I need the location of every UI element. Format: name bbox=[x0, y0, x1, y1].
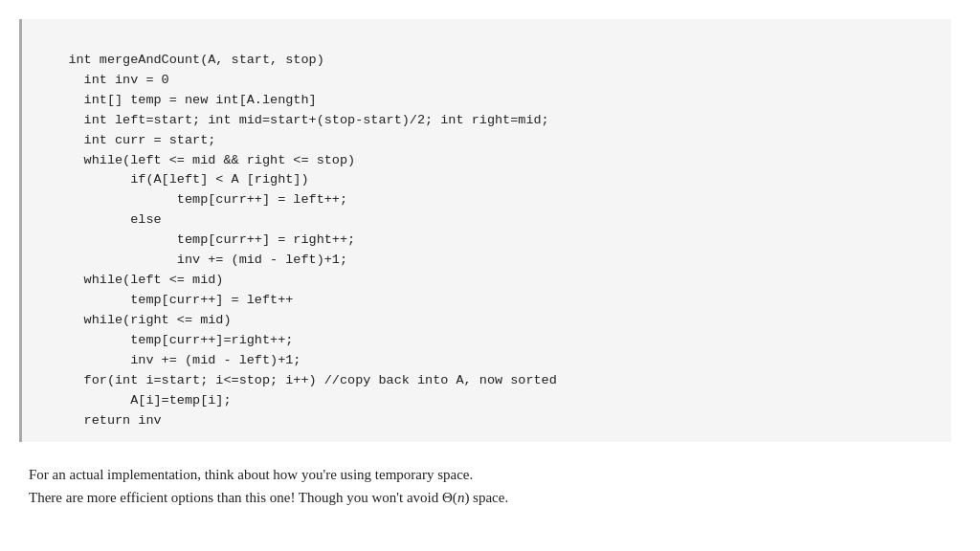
code-line-18: A[i]=temp[i]; bbox=[37, 393, 232, 408]
description-line2: There are more efficient options than th… bbox=[29, 486, 942, 509]
code-line-14: while(right <= mid) bbox=[37, 313, 232, 327]
code-line-11: inv += (mid - left)+1; bbox=[37, 253, 347, 267]
code-line-12: while(left <= mid) bbox=[37, 273, 223, 287]
code-line-8: temp[curr++] = left++; bbox=[37, 192, 347, 207]
description-block: For an actual implementation, think abou… bbox=[19, 463, 951, 509]
code-line-16: inv += (mid - left)+1; bbox=[37, 353, 301, 367]
code-line-4: int left=start; int mid=start+(stop-star… bbox=[37, 113, 549, 127]
code-line-15: temp[curr++]=right++; bbox=[37, 333, 293, 347]
code-line-6: while(left <= mid && right <= stop) bbox=[37, 153, 355, 167]
code-line-2: int inv = 0 bbox=[37, 73, 169, 87]
code-line-13: temp[curr++] = left++ bbox=[37, 293, 293, 307]
description-line1: For an actual implementation, think abou… bbox=[29, 463, 942, 486]
code-line-7: if(A[left] < A [right]) bbox=[37, 172, 309, 187]
code-line-17: for(int i=start; i<=stop; i++) //copy ba… bbox=[37, 373, 557, 387]
code-line-1: int mergeAndCount(A, start, stop) bbox=[68, 53, 323, 67]
code-line-3: int[] temp = new int[A.length] bbox=[37, 93, 317, 107]
code-block: int mergeAndCount(A, start, stop) int in… bbox=[19, 19, 951, 442]
code-line-10: temp[curr++] = right++; bbox=[37, 232, 355, 247]
code-line-19: return inv bbox=[37, 413, 162, 428]
code-line-9: else bbox=[37, 212, 162, 227]
code-line-5: int curr = start; bbox=[37, 133, 215, 147]
page-container: int mergeAndCount(A, start, stop) int in… bbox=[0, 0, 980, 551]
